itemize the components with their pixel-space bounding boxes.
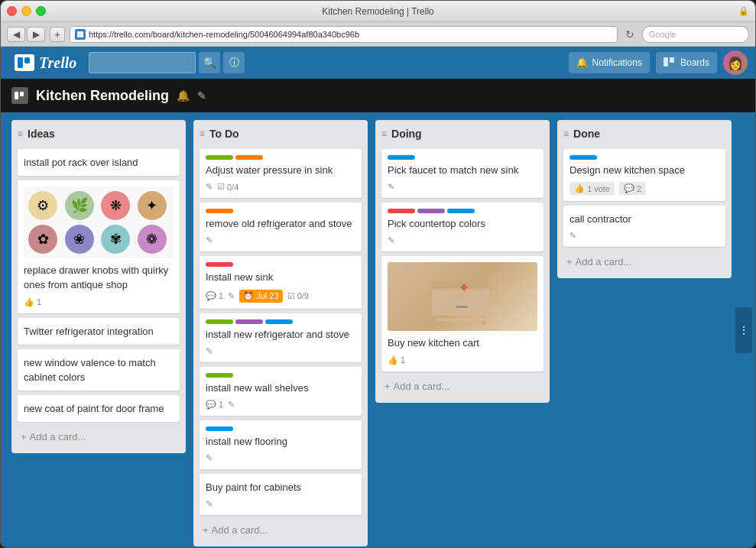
edit-meta[interactable]: ✎ bbox=[206, 182, 213, 192]
nav-info-icon-btn[interactable]: ⓘ bbox=[223, 52, 245, 73]
scroll-right-button[interactable]: ⋮ bbox=[735, 307, 752, 353]
board-icon bbox=[11, 87, 28, 104]
board-bell-icon[interactable]: 🔔 bbox=[177, 89, 190, 102]
column-header-ideas: ≡ Ideas bbox=[18, 126, 180, 144]
card-water-pressure[interactable]: ✎ Adjust water pressure in sink ✎ ☑ 0/4 bbox=[200, 149, 362, 198]
svg-rect-8 bbox=[670, 57, 674, 63]
label-green bbox=[206, 155, 233, 160]
forward-button[interactable]: ▶ bbox=[27, 27, 45, 42]
svg-rect-0 bbox=[77, 31, 80, 34]
nav-search-input[interactable] bbox=[89, 52, 196, 73]
comments-meta: 💬 1 bbox=[206, 400, 223, 410]
new-tab-button[interactable]: + bbox=[50, 27, 65, 42]
drag-icon: ≡ bbox=[563, 128, 569, 139]
add-card-label: Add a card... bbox=[394, 381, 450, 392]
label-green bbox=[206, 319, 233, 324]
card-pick-faucet[interactable]: ✎ Pick faucet to match new sink ✎ bbox=[381, 149, 543, 198]
edit-meta[interactable]: ✎ bbox=[388, 235, 394, 245]
checklist-count: 0/4 bbox=[227, 183, 238, 192]
board-title: Kitchen Remodeling bbox=[36, 88, 169, 104]
card-paint-door[interactable]: ✎ new coat of paint for door frame bbox=[18, 395, 180, 422]
svg-rect-2 bbox=[77, 34, 80, 37]
boards-icon bbox=[664, 57, 676, 69]
card-title: Pick countertop colors bbox=[388, 218, 485, 229]
card-kitchen-cart[interactable]: ✎ bbox=[381, 256, 543, 371]
label-blue bbox=[265, 319, 293, 324]
svg-rect-14 bbox=[456, 306, 468, 308]
card-labels bbox=[206, 373, 355, 378]
refresh-button[interactable]: ↻ bbox=[622, 27, 638, 42]
nav-search-wrap: 🔍 ⓘ bbox=[89, 52, 245, 73]
column-title-todo: To Do bbox=[209, 128, 362, 140]
card-title: replace drawer knobs with quirky ones fr… bbox=[24, 264, 168, 290]
drag-icon: ≡ bbox=[18, 128, 23, 139]
add-card-doing[interactable]: + Add a card... bbox=[381, 376, 543, 397]
votes-meta: 👍 1 bbox=[24, 297, 41, 307]
board-header: Kitchen Remodeling 🔔 ✎ bbox=[1, 79, 755, 112]
add-card-ideas[interactable]: + Add a card... bbox=[18, 426, 180, 447]
card-install-pot-rack[interactable]: ✎ install pot rack over island bbox=[18, 149, 180, 176]
title-bar: Kitchen Remodeling | Trello 🔒 bbox=[1, 1, 755, 22]
edit-meta[interactable]: ✎ bbox=[206, 346, 213, 356]
card-twitter[interactable]: ✎ Twitter refrigerator integration bbox=[18, 318, 180, 345]
comments-meta: 💬 1 bbox=[206, 291, 223, 301]
comment-icon: 💬 bbox=[624, 183, 634, 193]
edit-meta[interactable]: ✎ bbox=[206, 499, 213, 509]
board-content: ≡ Ideas ✎ install pot rack over island ✎… bbox=[1, 112, 755, 547]
maximize-button[interactable] bbox=[36, 6, 46, 16]
lock-icon: 🔒 bbox=[738, 6, 749, 16]
edit-meta[interactable]: ✎ bbox=[228, 291, 235, 301]
nav-search-icon-btn[interactable]: 🔍 bbox=[199, 52, 220, 73]
card-install-fridge[interactable]: ✎ install new refrigerator and stove ✎ bbox=[200, 313, 362, 362]
url-bar[interactable]: https://trello.com/board/kitchen-remodel… bbox=[70, 26, 618, 43]
card-remove-fridge[interactable]: ✎ remove old refrigerator and stove ✎ bbox=[200, 203, 362, 251]
bell-icon: 🔔 bbox=[576, 57, 588, 68]
close-button[interactable] bbox=[7, 6, 17, 16]
add-card-label: Add a card... bbox=[576, 256, 632, 268]
column-title-doing: Doing bbox=[391, 128, 543, 140]
card-knobs[interactable]: ✎ ⚙ 🌿 ❋ ✦ ✿ ❀ ✾ ❁ replace drawer knobs w… bbox=[18, 180, 180, 313]
vote-icon: 👍 bbox=[388, 355, 398, 365]
card-wall-shelves[interactable]: ✎ install new wall shelves 💬 1 ✎ bbox=[200, 367, 362, 416]
notifications-button[interactable]: 🔔 Notifications bbox=[569, 52, 650, 73]
card-design-kitchen[interactable]: ✎ Design new kitchen space 👍 1 vote 💬 2 bbox=[563, 149, 725, 201]
edit-meta[interactable]: ✎ bbox=[228, 400, 235, 410]
card-meta: ✎ bbox=[206, 346, 355, 356]
user-avatar[interactable]: 👩 bbox=[723, 50, 748, 75]
card-title: install new refrigerator and stove bbox=[206, 329, 349, 340]
browser-search-bar[interactable]: Google bbox=[642, 26, 749, 43]
boards-label: Boards bbox=[680, 57, 709, 68]
comments-meta: 💬 2 bbox=[619, 182, 646, 195]
card-meta: ✎ bbox=[206, 499, 355, 509]
add-card-todo[interactable]: + Add a card... bbox=[200, 520, 362, 540]
edit-meta[interactable]: ✎ bbox=[569, 231, 576, 241]
drag-icon: ≡ bbox=[200, 128, 205, 139]
card-contractor[interactable]: ✎ call contractor ✎ bbox=[563, 206, 725, 247]
card-labels bbox=[569, 155, 719, 160]
svg-rect-7 bbox=[664, 57, 668, 66]
minimize-button[interactable] bbox=[21, 6, 31, 16]
favicon bbox=[75, 29, 86, 40]
board-edit-icon[interactable]: ✎ bbox=[197, 89, 206, 102]
back-button[interactable]: ◀ bbox=[7, 27, 25, 42]
card-window-valence[interactable]: ✎ new window valence to match cabinet co… bbox=[18, 349, 180, 391]
trello-logo-button[interactable]: Trello bbox=[8, 51, 83, 75]
svg-rect-1 bbox=[80, 31, 83, 34]
edit-meta[interactable]: ✎ bbox=[206, 453, 213, 463]
vote-count: 1 vote bbox=[587, 184, 610, 193]
edit-meta[interactable]: ✎ bbox=[206, 235, 213, 245]
card-flooring[interactable]: ✎ install new flooring ✎ bbox=[200, 420, 362, 469]
card-title: install new wall shelves bbox=[206, 382, 308, 394]
edit-meta[interactable]: ✎ bbox=[388, 182, 394, 192]
add-card-done[interactable]: + Add a card... bbox=[563, 251, 725, 272]
card-buy-paint[interactable]: ✎ Buy paint for cabinets ✎ bbox=[200, 474, 362, 515]
vote-icon: 👍 bbox=[24, 297, 34, 307]
column-doing: ≡ Doing ✎ Pick faucet to match new sink … bbox=[375, 120, 550, 403]
card-labels bbox=[388, 209, 537, 213]
card-countertop[interactable]: ✎ Pick countertop colors ✎ bbox=[381, 203, 543, 251]
card-new-sink[interactable]: ✎ Install new sink 💬 1 ✎ ⏰ Jul 23 ☑ 0/9 bbox=[200, 256, 362, 308]
checklist-icon: ☑ bbox=[217, 182, 225, 192]
boards-button[interactable]: Boards bbox=[656, 52, 717, 73]
column-header-todo: ≡ To Do bbox=[200, 126, 362, 144]
knobs-image: ⚙ 🌿 ❋ ✦ ✿ ❀ ✾ ❁ bbox=[24, 186, 174, 258]
